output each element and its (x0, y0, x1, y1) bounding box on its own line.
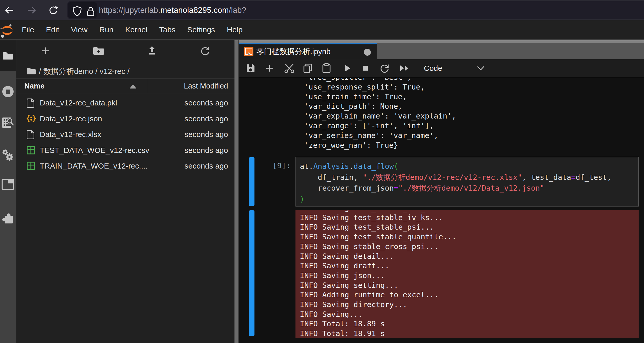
restart-kernel-button[interactable] (379, 59, 390, 77)
upload-button[interactable] (125, 40, 179, 61)
menu-help[interactable]: Help (221, 25, 249, 34)
file-browser-panel: / 数据分析demo / v12-rec / Name Last Modifie… (16, 40, 234, 343)
cell-execution-prompt: [9]: (273, 161, 291, 170)
scissors-icon (284, 63, 295, 73)
browser-toolbar: https://jupyterlab.metanoia8295.com/lab? (0, 0, 644, 20)
csv-file-icon (26, 146, 35, 155)
notebook-tab-title: 零门槛数据分析.ipynb (256, 44, 331, 59)
puzzle-icon (2, 213, 14, 224)
copy-icon (303, 63, 313, 73)
chevron-down-icon[interactable] (477, 65, 485, 72)
lock-icon[interactable] (86, 6, 95, 17)
fast-forward-icon (399, 63, 410, 73)
notebook-tab[interactable]: 零门槛数据分析.ipynb (239, 43, 377, 59)
file-modified: seconds ago (185, 142, 228, 158)
sidebar-tab-table-of-contents[interactable] (0, 179, 16, 190)
run-icon (342, 63, 352, 73)
previous-cell-output: 'tree_splitter': 'best', 'use_response_s… (300, 78, 456, 150)
unsaved-changes-dot[interactable] (364, 49, 371, 56)
gears-icon (2, 149, 14, 161)
breadcrumb[interactable]: / 数据分析demo / v12-rec / (16, 61, 234, 79)
paste-icon (321, 63, 332, 74)
output-collapser[interactable] (249, 210, 254, 336)
browser-back-button[interactable] (4, 5, 15, 15)
file-list: Data_v12-rec_data.pklseconds agoData_v12… (16, 95, 234, 174)
file-row[interactable]: TEST_DATA_WOE_v12-rec.csvseconds ago (16, 142, 234, 158)
cut-cells-button[interactable] (283, 59, 295, 77)
tracking-shield-icon[interactable] (72, 6, 82, 17)
menu-view[interactable]: View (65, 25, 93, 34)
breadcrumb-folder-icon[interactable] (26, 67, 36, 75)
sidebar-tab-running[interactable] (0, 85, 16, 98)
panel-splitter[interactable] (234, 40, 239, 343)
forward-arrow-icon (26, 5, 37, 15)
breadcrumb-path: / 数据分析demo / v12-rec / (39, 63, 129, 80)
sidebar-tab-property-inspector[interactable] (0, 116, 16, 129)
notebook-scroll-area[interactable]: 'tree_splitter': 'best', 'use_response_s… (239, 78, 644, 343)
jupyterlab-menubar: FileEditViewRunKernelTabsSettingsHelp (0, 20, 644, 40)
add-cell-button[interactable] (264, 59, 275, 77)
new-folder-button[interactable] (72, 40, 125, 61)
site-info-chip[interactable] (68, 2, 97, 18)
new-folder-icon (93, 46, 105, 56)
column-last-modified[interactable]: Last Modified (184, 79, 228, 93)
sidebar-tab-extensions[interactable] (0, 213, 16, 224)
code-cell-editor[interactable]: at.Analysis.data_flow( df_train, "./数据分析… (295, 157, 639, 207)
file-file-icon (26, 130, 35, 139)
jupyter-logo (1, 23, 14, 38)
menu-tabs[interactable]: Tabs (153, 25, 181, 34)
file-modified: seconds ago (185, 95, 228, 111)
new-launcher-button[interactable] (19, 40, 72, 61)
file-modified: seconds ago (185, 158, 228, 174)
stderr-output: INFO Saving test_stable_woe_df... INFO S… (295, 210, 639, 338)
input-collapser[interactable] (249, 157, 254, 206)
json-file-icon (26, 114, 36, 123)
save-icon (246, 63, 255, 73)
back-arrow-icon (4, 5, 15, 15)
menu-kernel[interactable]: Kernel (119, 25, 154, 34)
file-row[interactable]: Data_v12-rec.jsonseconds ago (16, 111, 234, 127)
activity-bar (0, 40, 16, 343)
cell-type-dropdown[interactable]: Code (424, 59, 442, 77)
file-row[interactable]: Data_v12-rec_data.pklseconds ago (16, 95, 234, 111)
restart-run-all-button[interactable] (399, 59, 410, 77)
file-row[interactable]: TRAIN_DATA_WOE_v12-rec....seconds ago (16, 158, 234, 174)
file-browser-toolbar (16, 40, 234, 61)
file-row[interactable]: Data_v12-rec.xlsxseconds ago (16, 126, 234, 142)
file-name: TRAIN_DATA_WOE_v12-rec.... (40, 158, 148, 174)
notebook-file-icon (244, 47, 253, 56)
file-name: Data_v12-rec.xlsx (40, 126, 101, 142)
file-name: Data_v12-rec.json (40, 111, 102, 126)
browser-reload-button[interactable] (48, 5, 58, 15)
file-file-icon (26, 98, 35, 108)
file-list-header: Name Last Modified (16, 79, 234, 93)
copy-cells-button[interactable] (302, 59, 313, 77)
menu-edit[interactable]: Edit (40, 25, 65, 34)
menu-file[interactable]: File (16, 25, 40, 34)
dock-tab-bar: 零门槛数据分析.ipynb (239, 40, 644, 59)
file-name: Data_v12-rec_data.pkl (40, 95, 117, 111)
save-button[interactable] (246, 59, 256, 77)
folder-icon (2, 51, 14, 60)
refresh-button[interactable] (179, 40, 232, 61)
notebook-toolbar: Code (239, 59, 644, 78)
interrupt-kernel-button[interactable] (360, 59, 371, 77)
browser-forward-button[interactable] (26, 5, 37, 15)
file-modified: seconds ago (185, 111, 228, 126)
run-cell-button[interactable] (342, 59, 352, 77)
sidebar-tab-file-browser[interactable] (0, 40, 16, 71)
url-text: https://jupyterlab.metanoia8295.com/lab? (99, 1, 246, 19)
tab-bar-top-strip (239, 40, 644, 43)
sort-ascending-icon[interactable] (130, 84, 136, 89)
running-kernels-icon (2, 85, 14, 98)
paste-cells-button[interactable] (321, 59, 332, 77)
menu-list: FileEditViewRunKernelTabsSettingsHelp (16, 20, 249, 39)
upload-icon (147, 46, 157, 56)
menu-settings[interactable]: Settings (181, 25, 221, 34)
sidebar-tab-sessions[interactable] (0, 149, 16, 161)
column-name[interactable]: Name (24, 79, 45, 93)
menu-run[interactable]: Run (94, 25, 119, 34)
browser-address-bar[interactable]: https://jupyterlab.metanoia8295.com/lab? (67, 1, 644, 19)
plus-icon (265, 63, 274, 73)
file-modified: seconds ago (185, 126, 228, 142)
